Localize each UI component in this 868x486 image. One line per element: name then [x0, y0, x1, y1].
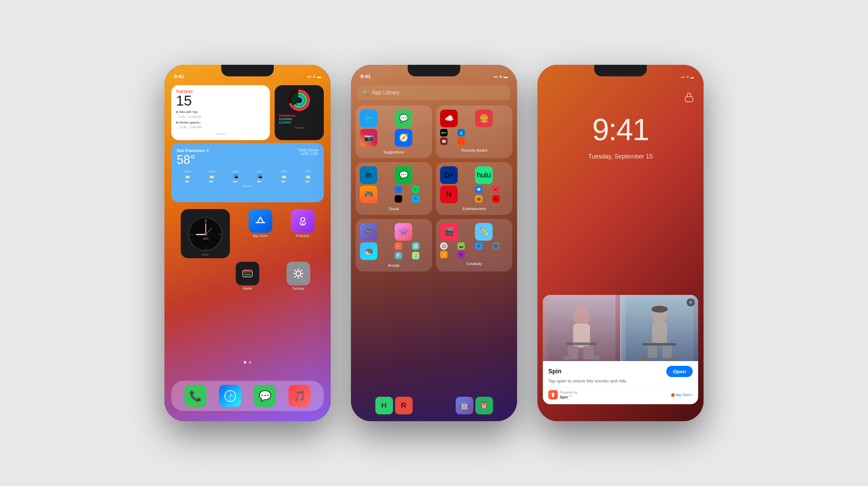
event2: Dentist appoint... 12:30 – 2:00 PM [176, 120, 265, 130]
podcasts-item[interactable]: Podcasts [291, 209, 315, 258]
phone-app-library: 9:41 ▪▪▪ ⌗ ▬ 🔍 App Library 🐦 💬 📷 🧭 [351, 65, 517, 421]
status-icons: ▪▪▪ ⌗ ▬ [307, 74, 321, 79]
widget-clock[interactable]: BER Clock [181, 209, 230, 258]
folder-apps-social: in 💬 🎮 f n ♪ S [360, 166, 428, 203]
notif-open-button[interactable]: Open [666, 366, 693, 377]
app-store-icon-small: 🍎 [671, 393, 675, 397]
settings-icon [287, 262, 310, 285]
creativity-video: 🎬 [440, 223, 458, 241]
weather-temp: 58° [177, 153, 209, 167]
notif-description: Tap open to unlock this scooter and ride… [548, 378, 693, 384]
folder-entertainment[interactable]: D+ hulu N 💬 e 🎬 ▶ Entertainment [436, 162, 512, 215]
wifi-icon-3: ⌗ [687, 75, 689, 79]
suggestions-label: Suggestions [360, 150, 428, 154]
fitness-label: Fitness [279, 126, 320, 129]
recently-added-label: Recently Added [440, 148, 508, 152]
wifi-icon: ⌗ [313, 74, 315, 79]
folder-apps-suggestions: 🐦 💬 📷 🧭 [360, 110, 428, 147]
app-area: BER Clock App Store [171, 209, 324, 294]
wechat-icon: 💬 [395, 166, 412, 184]
folder-apps-creativity: 🎬 ✏️ ⭕ 📸 🎨 V V O [440, 223, 508, 258]
hulu-icon: hulu [475, 166, 493, 184]
app-row-1: BER Clock App Store [171, 209, 324, 258]
fitness-hrs: 4/12HRS [279, 121, 320, 124]
page-dots [244, 361, 251, 363]
battery-icon-3: ▬ [690, 75, 694, 79]
lock-icon [685, 92, 693, 104]
widget-fitness[interactable]: 375/500CAL 19/30MIN 4/12HRS Fitness [275, 85, 324, 140]
dock: 📞 💬 🎵 [171, 381, 324, 411]
twitter-icon: 🐦 [360, 110, 377, 127]
dock-safari[interactable] [219, 385, 241, 407]
notif-photo: ✕ [543, 295, 698, 361]
svg-point-28 [573, 305, 590, 325]
wallet-item[interactable]: Wallet [236, 262, 259, 291]
battery-icon-2: ▬ [504, 74, 508, 79]
notif-photo-right [620, 295, 698, 361]
folder-arcade[interactable]: 🎮 👾 🦔 🎯 🃏 🎲 🏆 Arcade [356, 219, 432, 272]
notif-app-name: Spin 1+ [560, 394, 578, 399]
notif-body: Spin Open Tap open to unlock this scoote… [543, 361, 698, 404]
app-h: H [375, 397, 393, 414]
social-mini: f n ♪ S [395, 186, 428, 203]
dock-music[interactable]: 🎵 [289, 385, 311, 407]
folder-recently-added[interactable]: ☁️ 🍔 NYT 💧 📰 🔖 Recently Added [436, 106, 512, 158]
svg-point-16 [301, 218, 305, 222]
svg-rect-26 [685, 97, 693, 102]
creativity-label: Creativity [440, 262, 508, 266]
weather-city: San Francisco ↗ [177, 148, 209, 153]
dock-phone[interactable]: 📞 [184, 385, 206, 407]
fitness-rings [288, 89, 310, 111]
calendar-date: 15 [176, 94, 265, 108]
svg-point-43 [651, 306, 668, 313]
notif-close-button[interactable]: ✕ [687, 298, 695, 306]
folder-suggestions[interactable]: 🐦 💬 📷 🧭 Suggestions [356, 106, 432, 158]
hour-1: 10AM⛅58° [177, 170, 198, 183]
clock-label: Clock [181, 253, 230, 256]
page-dot-1 [244, 361, 246, 363]
hour-3: 12PM🌤64° [225, 170, 246, 183]
weather-hl: H:66° L:55° [298, 152, 318, 156]
podcasts-label: Podcasts [296, 234, 310, 238]
weather-desc: Partly Cloudy [298, 148, 318, 152]
instagram-icon: 📷 [360, 129, 377, 147]
arcade-label: Arcade [360, 263, 428, 267]
svg-rect-44 [552, 395, 554, 397]
phone-homescreen: 9:41 ▪▪▪ ⌗ ▬ TUESDAY 15 Hike with Tejo 9… [164, 65, 331, 421]
wallet-label: Wallet [243, 287, 252, 291]
folder-social[interactable]: in 💬 🎮 f n ♪ S Social [356, 162, 432, 215]
notification-card[interactable]: ✕ Spin Open Tap open to unlock this scoo… [543, 295, 698, 404]
svg-point-41 [670, 356, 679, 361]
notif-store-link[interactable]: 🍎 App Store › [671, 393, 693, 397]
search-icon: 🔍 [362, 90, 369, 96]
widget-calendar[interactable]: TUESDAY 15 Hike with Tejo 9:45 – 11:00 A… [171, 85, 270, 140]
search-placeholder: App Library [372, 90, 400, 96]
notch [221, 65, 274, 76]
folder-creativity[interactable]: 🎬 ✏️ ⭕ 📸 🎨 V V O Creativity [436, 219, 512, 272]
app-r: R [395, 397, 413, 414]
dock-messages[interactable]: 💬 [254, 385, 276, 407]
app-store-item[interactable]: App Store [249, 209, 272, 258]
folder-apps-arcade: 🎮 👾 🦔 🎯 🃏 🎲 🏆 [360, 223, 428, 260]
app-library-search[interactable]: 🔍 App Library [358, 85, 510, 100]
notif-title-row: Spin Open [548, 366, 693, 377]
notif-photo-left [543, 295, 620, 361]
weather-hourly: 10AM⛅58° 11AM⛅60° 12PM🌤64° 1PM🌤66° 2PM⛅6… [177, 170, 318, 183]
ent-mini: 💬 e 🎬 ▶ [475, 186, 508, 203]
netflix-icon: N [440, 186, 458, 203]
phone-lock-screen: 9:41 ▪▪▪ ⌗ ▬ 9:41 Tuesday, September 15 [537, 65, 704, 421]
widget-weather[interactable]: San Francisco ↗ 58° Partly Cloudy H:66° … [171, 143, 324, 202]
clock-face: BER [188, 217, 222, 251]
app-store-icon [249, 209, 272, 233]
bottom-partial-row: H R 🤖 🦉 [356, 397, 512, 414]
svg-rect-34 [566, 342, 597, 345]
social-game-icon: 🎮 [360, 186, 377, 203]
social-label: Social [360, 207, 428, 211]
arcade-game2: 👾 [395, 223, 412, 241]
folder-apps-entertainment: D+ hulu N 💬 e 🎬 ▶ [440, 166, 508, 203]
page-dot-2 [249, 361, 251, 363]
svg-rect-19 [243, 270, 252, 273]
bottom-right-apps: 🤖 🦉 [436, 397, 512, 414]
arcade-game3: 🦔 [360, 242, 377, 260]
settings-item[interactable]: Settings [287, 262, 310, 291]
